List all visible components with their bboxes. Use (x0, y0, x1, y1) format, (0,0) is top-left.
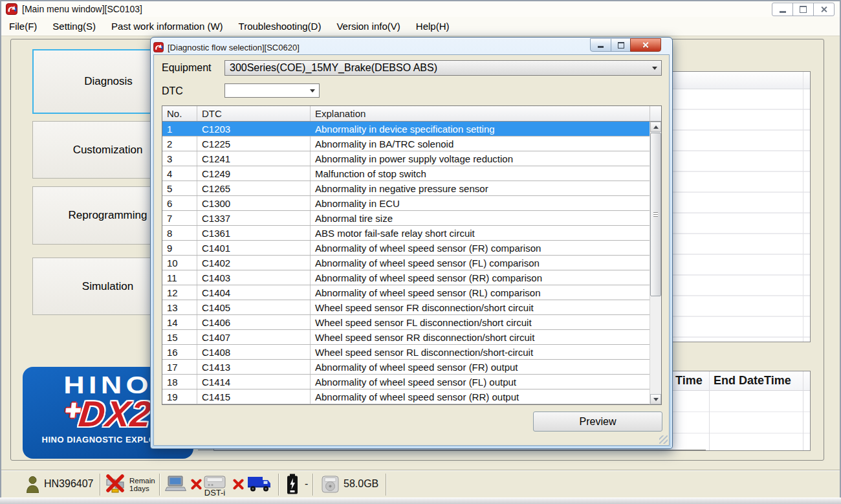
maximize-icon (800, 6, 807, 13)
table-row[interactable]: 2C1225Abnormality in BA/TRC solenoid (162, 137, 661, 151)
table-row[interactable]: 19C1415Abnormality of wheel speed sensor… (162, 389, 661, 404)
table-row[interactable]: 6C1300Abnormality in ECU (162, 196, 661, 211)
menu-troubleshooting[interactable]: Troubleshooting(D) (231, 21, 329, 32)
equipment-label: Equipment (162, 62, 212, 74)
dialog-icon (153, 42, 164, 52)
scroll-down-button[interactable] (650, 394, 661, 404)
cell-no: 2 (162, 137, 197, 151)
col-header-end-datetime[interactable]: End DateTime (714, 374, 791, 388)
table-row[interactable]: 9C1401Abnormality of wheel speed sensor … (162, 241, 661, 256)
cell-dtc: C1203 (197, 122, 311, 136)
table-row[interactable]: 17C1413Abnormality of wheel speed sensor… (162, 360, 661, 375)
pc-disconnected-icon (191, 479, 202, 490)
table-row[interactable]: 4C1249Malfunction of stop switch (162, 166, 661, 181)
dialog-close-button[interactable] (630, 38, 661, 52)
cell-explanation: Abnormality of wheel speed sensor (FR) o… (311, 360, 650, 374)
dialog-window-controls (591, 38, 661, 52)
menu-past-work-information[interactable]: Past work information (W) (104, 21, 231, 32)
dtc-table-header: No. DTC Explanation (162, 106, 661, 122)
dtc-table: No. DTC Explanation 1C1203Abnormality in… (162, 105, 662, 405)
background-center-panel-edge (198, 450, 706, 450)
cell-dtc: C1407 (197, 330, 311, 344)
table-row[interactable]: 13C1405Wheel speed sensor FR disconnecti… (162, 300, 661, 315)
col-header-no[interactable]: No. (162, 106, 197, 121)
cell-dtc: C1414 (197, 375, 311, 389)
triangle-up-icon (653, 126, 659, 129)
table-row[interactable]: 12C1404Abnormality of wheel speed sensor… (162, 285, 661, 300)
background-result-list-column-divider (803, 72, 803, 342)
dtc-dropdown[interactable] (224, 83, 320, 98)
scroll-up-button[interactable] (650, 122, 661, 132)
table-row[interactable]: 3C1241Abnormality in power supply voltag… (162, 151, 661, 166)
menu-setting[interactable]: Setting(S) (45, 21, 104, 32)
cell-explanation: Abnormal tire size (311, 211, 650, 225)
status-separator (278, 474, 279, 496)
remain-days-text: Remain 1days (129, 477, 155, 492)
disk-icon (322, 476, 339, 496)
menu-bar: File(F) Setting(S) Past work information… (1, 17, 840, 36)
equipment-dropdown[interactable]: 300Series(COE)_15MY_Brake(DEBSO ABS) (224, 60, 662, 76)
maximize-icon (618, 42, 624, 49)
window-bottom-edge (0, 498, 841, 504)
maximize-button[interactable] (792, 3, 814, 16)
user-icon (26, 476, 39, 496)
cell-dtc: C1408 (197, 345, 311, 359)
minimize-button[interactable] (772, 3, 793, 16)
menu-version-info[interactable]: Version info(V) (329, 21, 408, 32)
dialog-body: Equipment 300Series(COE)_15MY_Brake(DEBS… (153, 54, 670, 446)
cell-no: 5 (162, 181, 197, 195)
preview-button[interactable]: Preview (533, 411, 662, 432)
cell-no: 13 (162, 300, 197, 314)
cell-no: 3 (162, 151, 197, 166)
cell-dtc: C1225 (197, 137, 311, 151)
table-row[interactable]: 5C1265Abnormality in negative pressure s… (162, 181, 661, 196)
status-separator (312, 474, 314, 496)
minimize-icon (598, 46, 604, 48)
scrollbar-thumb[interactable] (650, 133, 661, 296)
table-row[interactable]: 10C1402Abnormality of wheel speed sensor… (162, 256, 661, 270)
cell-explanation: Wheel speed sensor FR disconnection/shor… (311, 300, 650, 314)
dialog-titlebar[interactable]: [Diagnostic flow selection][SC0620] (153, 40, 670, 54)
dialog-minimize-button[interactable] (590, 38, 611, 52)
dialog-maximize-button[interactable] (611, 38, 631, 52)
vertical-scrollbar[interactable] (650, 122, 661, 404)
cell-no: 12 (162, 285, 197, 300)
table-row[interactable]: 18C1414Abnormality of wheel speed sensor… (162, 375, 661, 389)
table-row[interactable]: 14C1406Wheel speed sensor FL disconnecti… (162, 315, 661, 330)
cell-explanation: ABS motor fail-safe relay short circuit (311, 226, 650, 240)
table-row[interactable]: 11C1403Abnormality of wheel speed sensor… (162, 270, 661, 285)
cell-explanation: Wheel speed sensor RR disconnection/shor… (311, 330, 650, 344)
cell-explanation: Malfunction of stop switch (311, 166, 650, 181)
table-row[interactable]: 15C1407Wheel speed sensor RR disconnecti… (162, 330, 661, 345)
dtc-label: DTC (162, 85, 183, 97)
cell-no: 8 (162, 226, 197, 240)
cell-no: 15 (162, 330, 197, 344)
chevron-down-icon (310, 89, 315, 93)
col-header-explanation[interactable]: Explanation (311, 106, 650, 121)
pc-icon (165, 476, 186, 495)
cell-explanation: Abnormality of wheel speed sensor (FL) c… (311, 256, 650, 270)
menu-help[interactable]: Help(H) (408, 21, 457, 32)
triangle-down-icon (653, 398, 659, 401)
dtc-table-body: 1C1203Abnormality in device specificatio… (162, 122, 661, 404)
main-titlebar[interactable]: [Main menu window][SC0103] (1, 1, 840, 17)
col-header-dtc[interactable]: DTC (197, 106, 311, 121)
dialog-resize-grip[interactable] (659, 435, 668, 444)
cell-dtc: C1265 (197, 181, 311, 195)
cell-no: 14 (162, 315, 197, 329)
table-row[interactable]: 16C1408Wheel speed sensor RL disconnecti… (162, 345, 661, 360)
table-row[interactable]: 7C1337Abnormal tire size (162, 211, 661, 226)
battery-status-text: - (305, 478, 308, 490)
cell-no: 16 (162, 345, 197, 359)
table-row[interactable]: 8C1361ABS motor fail-safe relay short ci… (162, 226, 661, 241)
app-window: { "colors": { "selection_blue": "#3296ee… (0, 0, 841, 504)
close-button[interactable] (813, 3, 835, 16)
col-header-time-fragment[interactable]: Time (675, 374, 703, 388)
cell-dtc: C1249 (197, 166, 311, 181)
menu-file[interactable]: File(F) (1, 21, 45, 32)
table-row[interactable]: 1C1203Abnormality in device specificatio… (162, 122, 661, 137)
cell-dtc: C1404 (197, 285, 311, 300)
cell-explanation: Wheel speed sensor RL disconnection/shor… (311, 345, 650, 359)
cell-explanation: Abnormality of wheel speed sensor (RR) c… (311, 270, 650, 285)
cell-explanation: Abnormality in device specification sett… (311, 122, 650, 136)
